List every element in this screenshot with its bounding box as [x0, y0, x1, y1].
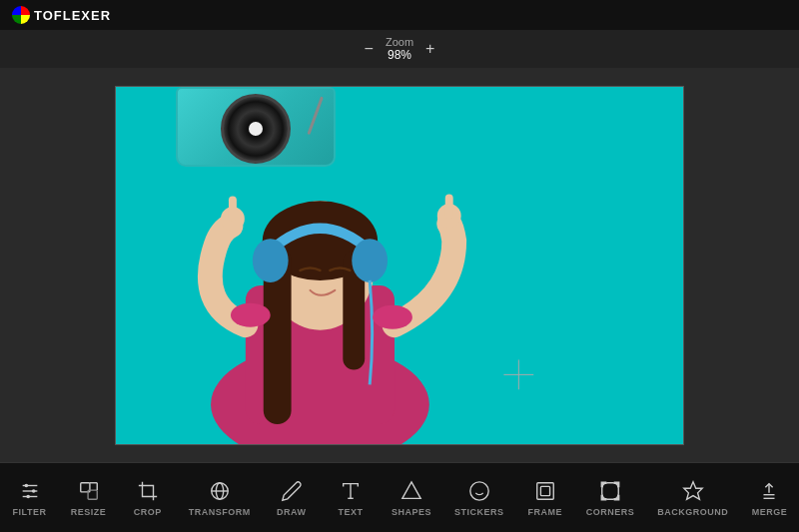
svg-point-32: [470, 481, 488, 499]
image-background: [116, 87, 683, 444]
stickers-label: STICKERS: [454, 507, 504, 517]
frame-label: FRAME: [527, 507, 562, 517]
svg-rect-37: [602, 482, 619, 499]
header: TOFLEXER: [0, 0, 799, 30]
svg-point-19: [24, 483, 28, 487]
merge-label: MERGE: [752, 507, 788, 517]
resize-icon: [77, 479, 101, 503]
logo-icon: [12, 6, 30, 24]
draw-icon: [280, 479, 304, 503]
merge-tool[interactable]: MERGE: [743, 475, 795, 521]
background-tool[interactable]: BACKGROUND: [649, 475, 736, 521]
resize-label: RESIZE: [71, 507, 107, 517]
filter-icon: [18, 479, 42, 503]
corners-label: CORNERS: [586, 507, 635, 517]
text-label: TEXT: [338, 507, 363, 517]
shapes-tool[interactable]: SHAPES: [384, 475, 439, 521]
person-illustration: [116, 87, 683, 444]
svg-rect-35: [536, 482, 553, 499]
svg-marker-38: [684, 481, 702, 498]
logo: TOFLEXER: [12, 6, 111, 24]
svg-rect-36: [540, 486, 549, 495]
logo-text: TOFLEXER: [34, 8, 111, 23]
image-canvas[interactable]: [115, 86, 684, 445]
svg-rect-11: [445, 194, 453, 219]
transform-icon: [208, 479, 232, 503]
background-icon: [681, 479, 705, 503]
merge-icon: [757, 479, 781, 503]
svg-point-13: [373, 304, 412, 328]
background-label: BACKGROUND: [657, 507, 728, 517]
svg-point-20: [31, 489, 35, 493]
zoom-value: 98%: [388, 48, 411, 62]
text-icon: [339, 479, 363, 503]
toolbar: FILTER RESIZE CroP: [0, 462, 799, 532]
zoom-center: Zoom 98%: [386, 36, 413, 62]
resize-tool[interactable]: RESIZE: [63, 475, 115, 521]
frame-icon: [533, 479, 557, 503]
filter-label: FILTER: [13, 507, 47, 517]
svg-point-12: [231, 302, 271, 326]
stickers-tool[interactable]: STICKERS: [446, 475, 512, 521]
svg-point-7: [352, 239, 388, 282]
crop-label: CroP: [134, 507, 162, 517]
zoom-bar: − Zoom 98% +: [0, 30, 799, 68]
frame-tool[interactable]: FRAME: [519, 475, 571, 521]
canvas-area: [0, 68, 799, 462]
zoom-out-button[interactable]: −: [365, 41, 374, 57]
crop-tool[interactable]: CroP: [122, 475, 174, 521]
corners-icon: [598, 479, 622, 503]
draw-tool[interactable]: DRAW: [266, 475, 318, 521]
svg-marker-31: [402, 481, 420, 498]
draw-label: DRAW: [277, 507, 307, 517]
shapes-icon: [400, 479, 423, 503]
filter-tool[interactable]: FILTER: [4, 475, 56, 521]
corners-tool[interactable]: CORNERS: [578, 475, 643, 521]
crop-icon: [136, 479, 160, 503]
zoom-in-button[interactable]: +: [425, 41, 434, 57]
stickers-icon: [467, 479, 491, 503]
svg-point-21: [26, 494, 30, 498]
svg-point-6: [253, 239, 289, 282]
svg-rect-9: [229, 196, 237, 221]
zoom-label: Zoom: [386, 36, 413, 48]
transform-tool[interactable]: TRANSFORM: [181, 475, 259, 521]
text-tool[interactable]: TEXT: [325, 475, 377, 521]
shapes-label: SHAPES: [392, 507, 431, 517]
transform-label: TRANSFORM: [189, 507, 251, 517]
